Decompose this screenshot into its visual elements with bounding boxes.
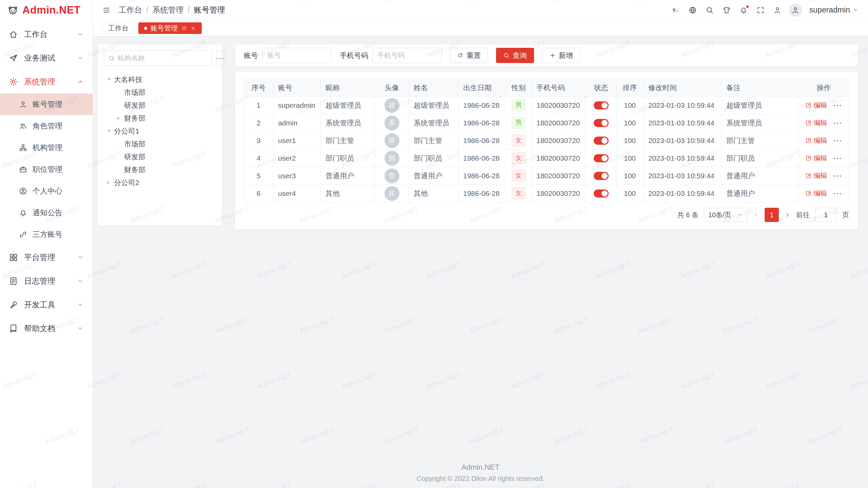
breadcrumb-item[interactable]: 系统管理 (152, 5, 183, 15)
status-toggle[interactable] (594, 137, 609, 145)
org-more-button[interactable]: ··· (216, 50, 225, 66)
cell-birth-date: 1986-06-28 (458, 185, 506, 202)
tree-node[interactable]: 财务部 (104, 163, 216, 176)
sidebar-item-log-management[interactable]: 日志管理 (0, 269, 93, 293)
goto-page-input[interactable] (815, 208, 837, 222)
search-button[interactable]: 查询 (496, 48, 534, 63)
edit-button[interactable]: 编辑 (805, 136, 827, 145)
phone-input[interactable] (372, 48, 442, 63)
close-icon[interactable] (190, 25, 196, 31)
sidebar-subitem-third-party-account[interactable]: 三方账号 (0, 224, 93, 245)
more-actions-button[interactable]: ··· (833, 172, 843, 180)
sidebar-item-dev-tools[interactable]: 开发工具 (0, 293, 93, 317)
cell-actions: 编辑··· (799, 114, 849, 132)
theme-icon[interactable] (723, 6, 731, 14)
briefcase-icon (19, 165, 27, 174)
profile-icon (19, 187, 27, 195)
status-toggle[interactable] (594, 189, 609, 198)
search-icon[interactable] (706, 6, 714, 14)
tab-workbench[interactable]: 工作台 (102, 22, 134, 34)
status-toggle[interactable] (594, 119, 609, 127)
chevron-down-icon (77, 325, 84, 332)
sidebar-item-system-management[interactable]: 系统管理 (0, 70, 93, 94)
caret-right-icon[interactable] (107, 181, 111, 184)
edit-button[interactable]: 编辑 (805, 171, 827, 180)
org-search-input[interactable] (118, 54, 208, 62)
table-row: 1superadmin超级管理员超超级管理员1986-06-28男1802003… (244, 97, 849, 114)
cell-nickname: 部门职员 (321, 149, 375, 167)
caret-right-icon[interactable] (117, 117, 121, 120)
edit-button[interactable]: 编辑 (805, 118, 827, 127)
sidebar-subitem-notice[interactable]: 通知公告 (0, 202, 93, 224)
sidebar-item-platform-management[interactable]: 平台管理 (0, 245, 93, 269)
edit-button[interactable]: 编辑 (805, 189, 827, 198)
fullscreen-icon[interactable] (756, 6, 765, 14)
tree-node[interactable]: 分公司1 (104, 125, 216, 138)
link-icon (19, 230, 27, 239)
page-size-select[interactable]: 10条/页 (704, 208, 747, 222)
more-actions-button[interactable]: ··· (833, 137, 843, 144)
tree-node-label: 研发部 (124, 152, 145, 162)
hamburger-menu-icon[interactable] (102, 6, 111, 14)
tree-node[interactable]: 分公司2 (104, 176, 216, 189)
cell-name: 其他 (409, 185, 458, 202)
status-toggle[interactable] (594, 172, 609, 180)
tree-node-label: 分公司1 (114, 126, 139, 136)
breadcrumb-item[interactable]: 工作台 (119, 5, 142, 15)
add-button[interactable]: 新增 (542, 48, 580, 63)
status-toggle[interactable] (594, 154, 609, 162)
more-actions-button[interactable]: ··· (833, 101, 843, 109)
language-icon[interactable] (689, 6, 697, 14)
sidebar-subitem-account-management[interactable]: 账号管理 (0, 94, 93, 115)
reset-button[interactable]: 重置 (450, 48, 488, 63)
cell-birth-date: 1986-06-28 (458, 114, 506, 132)
cell-name: 部门主管 (409, 132, 458, 149)
top-bar: 工作台 / 系统管理 / 账号管理 Tt superadmin (93, 0, 868, 20)
user-menu[interactable]: superadmin (809, 5, 859, 15)
cell-status (586, 114, 616, 132)
next-page-button[interactable] (784, 212, 791, 218)
profile-icon[interactable] (773, 6, 782, 14)
cell-remark: 普通用户 (722, 167, 799, 185)
logo[interactable]: Admin.NET (0, 0, 93, 20)
grid-icon (9, 253, 18, 262)
notification-icon[interactable] (739, 6, 748, 14)
sidebar-subitem-position-management[interactable]: 职位管理 (0, 159, 93, 180)
gender-badge: 女 (512, 152, 526, 164)
sidebar-item-business-test[interactable]: 业务测试 (0, 46, 93, 70)
caret-down-icon[interactable] (107, 130, 111, 134)
status-toggle[interactable] (594, 101, 609, 109)
sidebar-subitem-role-management[interactable]: 角色管理 (0, 115, 93, 137)
edit-button[interactable]: 编辑 (805, 101, 827, 110)
page-number-1[interactable]: 1 (765, 208, 779, 222)
sidebar-subitem-personal-center[interactable]: 个人中心 (0, 180, 93, 202)
edit-button[interactable]: 编辑 (805, 154, 827, 163)
more-actions-button[interactable]: ··· (833, 119, 843, 127)
cell-birth-date: 1986-06-28 (458, 132, 506, 149)
sidebar-item-help-docs[interactable]: 帮助文档 (0, 317, 93, 340)
gear-icon (9, 77, 18, 86)
tab-account-management[interactable]: 账号管理 (138, 22, 202, 34)
tree-node[interactable]: 市场部 (104, 86, 216, 99)
tree-node[interactable]: 研发部 (104, 150, 216, 163)
sidebar-subitem-label: 个人中心 (33, 186, 62, 196)
cell-nickname: 超级管理员 (321, 97, 375, 114)
tree-node[interactable]: 财务部 (104, 112, 216, 125)
sidebar-subitem-org-management[interactable]: 机构管理 (0, 137, 93, 159)
font-size-icon[interactable]: Tt (672, 6, 680, 14)
org-tree: 大名科技市场部研发部财务部分公司1市场部研发部财务部分公司2 (104, 73, 216, 189)
caret-down-icon[interactable] (107, 78, 111, 82)
sidebar-subitem-label: 职位管理 (33, 164, 62, 175)
more-actions-button[interactable]: ··· (833, 189, 843, 197)
tree-node[interactable]: 大名科技 (104, 73, 216, 86)
refresh-icon[interactable] (181, 25, 187, 31)
avatar[interactable] (789, 4, 802, 17)
account-input[interactable] (262, 48, 332, 63)
tree-node[interactable]: 市场部 (104, 138, 216, 150)
table-card: 序号账号昵称头像姓名出生日期性别手机号码状态排序修改时间备注操作 1supera… (235, 72, 858, 229)
prev-page-button[interactable] (753, 212, 759, 218)
tree-node[interactable]: 研发部 (104, 99, 216, 112)
more-actions-button[interactable]: ··· (833, 154, 843, 162)
sidebar-item-workbench[interactable]: 工作台 (0, 22, 93, 46)
plus-icon (549, 52, 556, 59)
